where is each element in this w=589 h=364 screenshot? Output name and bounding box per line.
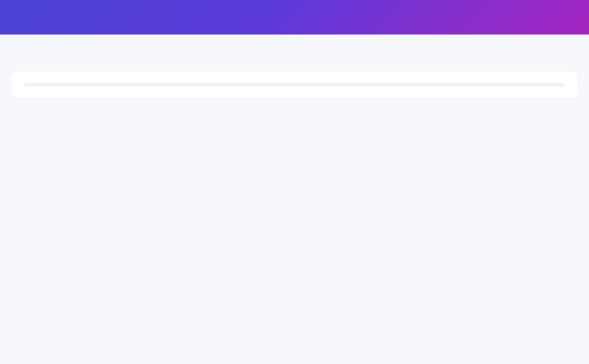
top-navbar xyxy=(0,0,589,34)
tabs-strip xyxy=(24,83,565,86)
page-header xyxy=(0,34,589,52)
tabs-panel xyxy=(12,72,577,98)
